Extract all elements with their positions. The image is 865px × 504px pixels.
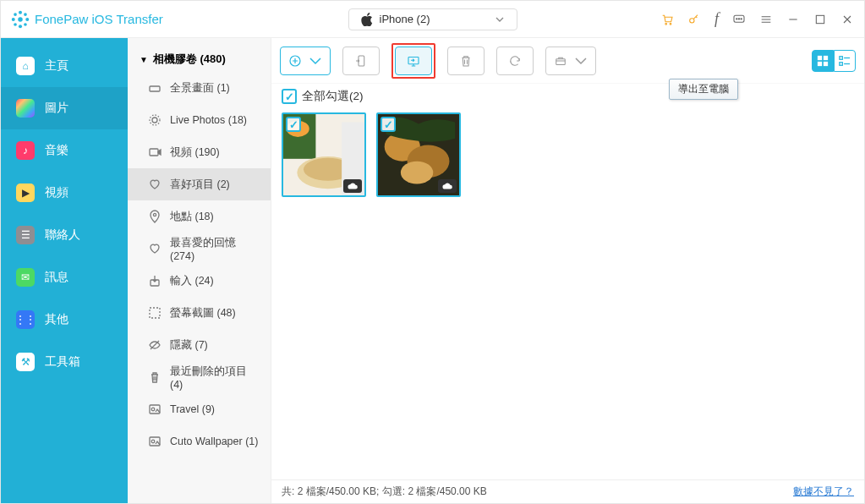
svg-point-27 xyxy=(151,440,155,443)
album-item-label: Travel (9) xyxy=(170,403,215,415)
key-icon[interactable] xyxy=(687,13,701,26)
export-to-device-button[interactable] xyxy=(342,47,380,75)
status-bar: 共: 2 檔案/450.00 KB; 勾選: 2 檔案/450.00 KB 數據… xyxy=(271,479,864,503)
imports-icon xyxy=(148,274,162,288)
video-icon: ▶ xyxy=(16,184,35,202)
svg-point-47 xyxy=(401,162,433,184)
sidebar-item-label: 其他 xyxy=(45,312,68,327)
album-item-videos[interactable]: 視頻 (190) xyxy=(128,136,271,168)
svg-rect-37 xyxy=(840,62,843,65)
svg-point-14 xyxy=(738,18,739,19)
sidebar-item-video[interactable]: ▶視頻 xyxy=(1,172,128,214)
toolbar: 導出至電腦 xyxy=(271,38,864,84)
facebook-icon[interactable]: f xyxy=(714,10,719,28)
maximize-button[interactable] xyxy=(813,13,827,26)
svg-point-19 xyxy=(150,115,160,125)
feedback-icon[interactable] xyxy=(732,13,746,26)
thumbnail-item[interactable] xyxy=(376,112,461,197)
toolbox-icon: ⚒ xyxy=(16,353,35,371)
album-item-label: 全景畫面 (1) xyxy=(170,81,230,96)
svg-rect-23 xyxy=(150,308,160,318)
title-actions: f xyxy=(660,10,854,28)
album-item-label: 輸入 (24) xyxy=(170,274,214,288)
add-button[interactable] xyxy=(280,47,331,75)
sidebar-item-home[interactable]: ⌂主頁 xyxy=(1,45,128,87)
cart-icon[interactable] xyxy=(660,13,674,26)
refresh-button[interactable] xyxy=(496,47,534,75)
album-item-favorites[interactable]: 喜好項目 (2) xyxy=(128,168,271,200)
album-item-panorama[interactable]: 全景畫面 (1) xyxy=(128,72,271,104)
select-all-checkbox[interactable] xyxy=(282,89,297,104)
svg-point-9 xyxy=(665,23,667,25)
svg-rect-34 xyxy=(818,61,822,65)
view-toggle xyxy=(812,50,856,72)
select-all-label: 全部勾選(2) xyxy=(302,89,364,104)
recentlydeleted-icon xyxy=(148,370,162,384)
other-icon: ⋮⋮ xyxy=(16,310,35,329)
sidebar-item-other[interactable]: ⋮⋮其他 xyxy=(1,299,128,341)
sidebar-item-toolbox[interactable]: ⚒工具箱 xyxy=(1,341,128,383)
livephotos-icon xyxy=(148,113,162,127)
album-item-cuto[interactable]: Cuto Wallpaper (1) xyxy=(128,425,271,457)
album-item-hidden[interactable]: 隱藏 (7) xyxy=(128,329,271,361)
album-item-label: 地點 (18) xyxy=(170,210,214,224)
favorites-icon xyxy=(148,178,162,191)
grid-view-button[interactable] xyxy=(812,50,834,72)
sidebar-item-messages[interactable]: ✉訊息 xyxy=(1,256,128,299)
svg-point-7 xyxy=(14,23,17,26)
thumb-checkbox[interactable] xyxy=(286,117,301,132)
sidebar-item-label: 聯絡人 xyxy=(45,227,80,243)
album-item-imports[interactable]: 輸入 (24) xyxy=(128,265,271,297)
chevron-down-icon xyxy=(573,53,589,68)
caret-down-icon: ▼ xyxy=(140,55,148,64)
contacts-icon: ☰ xyxy=(16,226,35,244)
thumb-checkbox[interactable] xyxy=(380,117,396,132)
delete-button[interactable] xyxy=(447,47,485,75)
menu-icon[interactable] xyxy=(759,13,773,26)
album-item-livephotos[interactable]: Live Photos (18) xyxy=(128,104,271,136)
sidebar-item-label: 音樂 xyxy=(45,143,68,158)
thumbnail-item[interactable] xyxy=(282,112,366,197)
svg-point-15 xyxy=(741,18,742,19)
main-area: 導出至電腦 全部勾選(2) xyxy=(271,38,864,503)
album-item-recentlydeleted[interactable]: 最近刪除的項目 (4) xyxy=(128,361,271,393)
panorama-icon xyxy=(148,81,162,95)
album-item-label: 隱藏 (7) xyxy=(170,338,208,353)
sidebar-item-label: 訊息 xyxy=(45,270,68,285)
close-button[interactable] xyxy=(840,13,854,26)
svg-point-8 xyxy=(24,23,27,26)
svg-point-5 xyxy=(14,13,17,16)
album-item-travel[interactable]: Travel (9) xyxy=(128,393,271,425)
svg-rect-32 xyxy=(818,55,822,59)
svg-point-10 xyxy=(670,23,671,25)
album-item-screenshots[interactable]: 螢幕截圖 (48) xyxy=(128,297,271,329)
export-to-pc-button[interactable] xyxy=(395,47,432,75)
device-selector[interactable]: iPhone (2) xyxy=(348,8,517,30)
status-text: 共: 2 檔案/450.00 KB; 勾選: 2 檔案/450.00 KB xyxy=(282,485,487,499)
album-item-places[interactable]: 地點 (18) xyxy=(128,200,271,233)
sidebar-item-label: 視頻 xyxy=(45,185,68,200)
album-header[interactable]: ▼ 相機膠卷 (480) xyxy=(128,47,271,72)
sidebar-item-contacts[interactable]: ☰聯絡人 xyxy=(1,214,128,256)
places-icon xyxy=(148,210,162,223)
sidebar-item-music[interactable]: ♪音樂 xyxy=(1,129,128,172)
album-header-label: 相機膠卷 (480) xyxy=(153,52,226,67)
app-title: FonePaw iOS Transfer xyxy=(35,12,163,26)
svg-rect-35 xyxy=(824,61,828,65)
select-all-row[interactable]: 全部勾選(2) xyxy=(282,89,854,104)
help-link[interactable]: 數據不見了？ xyxy=(793,485,854,499)
svg-rect-31 xyxy=(556,58,566,64)
list-view-button[interactable] xyxy=(834,50,856,72)
svg-rect-20 xyxy=(150,149,158,156)
chevron-down-icon xyxy=(308,53,323,68)
album-item-label: 最近刪除的項目 (4) xyxy=(170,364,262,391)
chevron-down-icon xyxy=(495,14,505,25)
sidebar-item-photos[interactable]: 圖片 xyxy=(1,87,128,129)
minimize-button[interactable] xyxy=(786,13,800,26)
toolbox-button[interactable] xyxy=(545,47,596,75)
music-icon: ♪ xyxy=(16,141,35,160)
svg-point-2 xyxy=(19,25,22,28)
album-item-memories[interactable]: 最喜愛的回憶 (274) xyxy=(128,233,271,265)
album-item-label: Cuto Wallpaper (1) xyxy=(170,436,258,447)
svg-rect-33 xyxy=(824,55,828,59)
